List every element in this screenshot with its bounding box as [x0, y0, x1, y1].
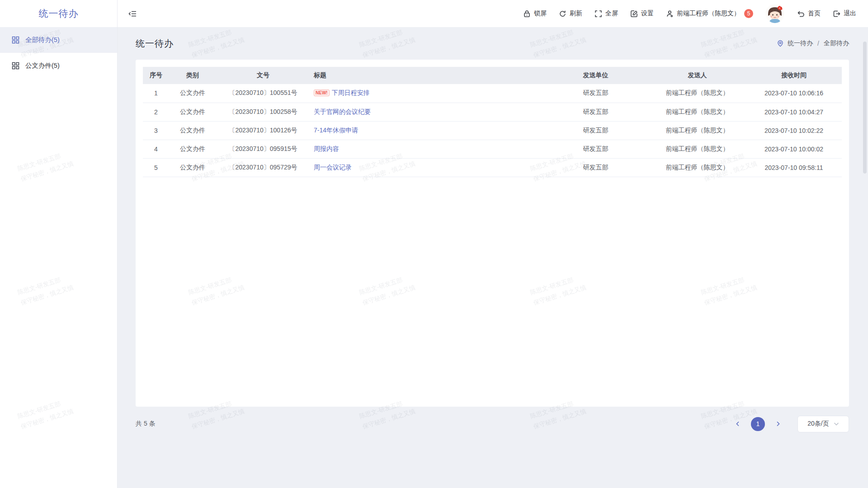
home-button[interactable]: 首页	[797, 9, 821, 18]
undo-icon	[797, 10, 805, 18]
cell-sender: 前端工程师（陈思文）	[649, 158, 746, 177]
sidebar-item-2[interactable]: 公文办件(5)	[0, 53, 117, 79]
table-row: 1公文办件〔20230710〕100551号NEW!下周日程安排研发五部前端工程…	[143, 84, 842, 103]
cell-org: 研发五部	[542, 158, 649, 177]
cell-received: 2023-07-10 10:00:02	[746, 140, 842, 158]
cell-category: 公文办件	[169, 103, 216, 121]
logout-icon	[833, 10, 840, 18]
todo-table: 序号类别文号标题发送单位发送人接收时间 1公文办件〔20230710〕10055…	[143, 67, 842, 177]
cell-title: 7-14年休假申请	[310, 121, 542, 140]
document-title-link[interactable]: 7-14年休假申请	[314, 127, 358, 134]
column-header-category: 类别	[169, 67, 216, 84]
logout-button[interactable]: 退出	[833, 9, 856, 18]
cell-doc_no: 〔20230710〕100551号	[216, 84, 310, 103]
sidebar-item-label: 全部待办(5)	[25, 36, 60, 44]
cell-category: 公文办件	[169, 158, 216, 177]
page-title: 统一待办	[136, 38, 174, 50]
sidebar: 统一待办 全部待办(5)公文办件(5)	[0, 0, 118, 488]
document-title-link[interactable]: 关于官网的会议纪要	[314, 108, 371, 115]
cell-doc_no: 〔20230710〕100258号	[216, 103, 310, 121]
home-label: 首页	[808, 9, 821, 18]
page-number-1[interactable]: 1	[751, 417, 765, 431]
edit-square-icon	[630, 10, 638, 18]
refresh-label: 刷新	[570, 9, 582, 18]
refresh-icon	[559, 10, 566, 18]
fullscreen-button[interactable]: 全屏	[594, 9, 618, 18]
breadcrumb-item-root[interactable]: 统一待办	[788, 39, 813, 47]
main-content: 统一待办 统一待办 / 全部待办 序号类别文号标题发送单位发送人接收时间 1公文…	[118, 27, 868, 488]
cell-index: 1	[143, 84, 169, 103]
cell-index: 3	[143, 121, 169, 140]
settings-button[interactable]: 设置	[630, 9, 654, 18]
avatar[interactable]	[765, 4, 784, 23]
column-header-doc_no: 文号	[216, 67, 310, 84]
cell-title: 关于官网的会议纪要	[310, 103, 542, 121]
vertical-scrollbar[interactable]	[862, 27, 868, 488]
column-header-sender: 发送人	[649, 67, 746, 84]
scrollbar-thumb[interactable]	[863, 42, 867, 174]
new-badge: NEW!	[314, 89, 330, 96]
avatar-image	[765, 4, 784, 23]
cell-org: 研发五部	[542, 84, 649, 103]
cell-received: 2023-07-10 10:06:16	[746, 84, 842, 103]
column-header-title: 标题	[310, 67, 542, 84]
page-size-value: 20条/页	[807, 420, 829, 428]
cell-sender: 前端工程师（陈思文）	[649, 84, 746, 103]
topbar-actions: 锁屏刷新全屏设置 前端工程师（陈思文） 5	[523, 4, 856, 23]
top-header: 锁屏刷新全屏设置 前端工程师（陈思文） 5	[118, 0, 868, 27]
document-title-link[interactable]: 周一会议记录	[314, 164, 352, 171]
cell-category: 公文办件	[169, 121, 216, 140]
cell-index: 5	[143, 158, 169, 177]
table-row: 2公文办件〔20230710〕100258号关于官网的会议纪要研发五部前端工程师…	[143, 103, 842, 121]
fullscreen-label: 全屏	[605, 9, 618, 18]
column-header-org: 发送单位	[542, 67, 649, 84]
grid-icon	[12, 36, 19, 44]
next-page-button[interactable]	[771, 417, 785, 431]
pagination: 共 5 条 1 20条/页	[136, 407, 849, 441]
menu-fold-icon	[128, 9, 137, 18]
sidebar-item-label: 公文办件(5)	[25, 61, 60, 70]
sidebar-item-1[interactable]: 全部待办(5)	[0, 27, 117, 53]
prev-page-button[interactable]	[731, 417, 745, 431]
cell-doc_no: 〔20230710〕100126号	[216, 121, 310, 140]
breadcrumb-item-current: 全部待办	[824, 39, 849, 47]
cell-index: 2	[143, 103, 169, 121]
cell-doc_no: 〔20230710〕095729号	[216, 158, 310, 177]
cell-category: 公文办件	[169, 84, 216, 103]
app-logo: 统一待办	[0, 0, 117, 27]
location-pin-icon	[777, 40, 784, 47]
breadcrumb: 统一待办 / 全部待办	[777, 39, 849, 47]
cell-org: 研发五部	[542, 140, 649, 158]
cell-title: 周报内容	[310, 140, 542, 158]
chevron-right-icon	[775, 421, 781, 427]
cell-doc_no: 〔20230710〕095915号	[216, 140, 310, 158]
cell-sender: 前端工程师（陈思文）	[649, 103, 746, 121]
table-body: 1公文办件〔20230710〕100551号NEW!下周日程安排研发五部前端工程…	[143, 84, 842, 177]
document-title-link[interactable]: 周报内容	[314, 145, 339, 152]
cell-sender: 前端工程师（陈思文）	[649, 121, 746, 140]
page-size-select[interactable]: 20条/页	[797, 416, 849, 432]
refresh-button[interactable]: 刷新	[559, 9, 582, 18]
sidebar-menu: 全部待办(5)公文办件(5)	[0, 27, 117, 79]
logout-label: 退出	[844, 9, 856, 18]
document-title-link[interactable]: 下周日程安排	[332, 89, 370, 96]
settings-label: 设置	[641, 9, 654, 18]
cell-index: 4	[143, 140, 169, 158]
table-row: 5公文办件〔20230710〕095729号周一会议记录研发五部前端工程师（陈思…	[143, 158, 842, 177]
column-header-index: 序号	[143, 67, 169, 84]
cell-received: 2023-07-10 09:58:11	[746, 158, 842, 177]
lock-screen-button[interactable]: 锁屏	[523, 9, 547, 18]
todo-table-card: 序号类别文号标题发送单位发送人接收时间 1公文办件〔20230710〕10055…	[136, 60, 849, 407]
chevron-down-icon	[834, 421, 839, 427]
cell-received: 2023-07-10 10:02:22	[746, 121, 842, 140]
total-count: 共 5 条	[136, 420, 156, 428]
user-icon	[666, 10, 674, 18]
breadcrumb-separator: /	[817, 40, 819, 47]
chevron-left-icon	[735, 421, 741, 427]
user-menu[interactable]: 前端工程师（陈思文） 5	[666, 9, 753, 18]
collapse-sidebar-button[interactable]	[128, 9, 137, 18]
cell-received: 2023-07-10 10:04:27	[746, 103, 842, 121]
table-header-row: 序号类别文号标题发送单位发送人接收时间	[143, 67, 842, 84]
grid-icon	[12, 62, 19, 70]
table-row: 4公文办件〔20230710〕095915号周报内容研发五部前端工程师（陈思文）…	[143, 140, 842, 158]
